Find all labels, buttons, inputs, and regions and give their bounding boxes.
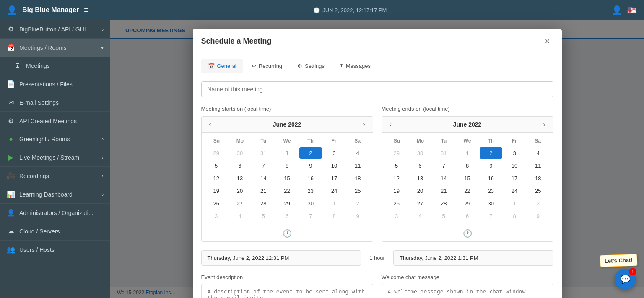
tab-settings[interactable]: ⚙ Settings (291, 59, 331, 73)
calendar-day[interactable]: 16 (299, 172, 322, 184)
calendar-day[interactable]: 31 (432, 147, 455, 159)
calendar-day[interactable]: 7 (252, 160, 275, 171)
calendar-day[interactable]: 5 (385, 160, 408, 171)
calendar-day[interactable]: 31 (252, 147, 275, 159)
calendar-day[interactable]: 25 (346, 185, 369, 197)
calendar-day[interactable]: 3 (205, 210, 228, 222)
meeting-name-input[interactable] (201, 81, 553, 97)
calendar-day[interactable]: 5 (252, 210, 275, 222)
calendar-day[interactable]: 23 (299, 185, 322, 197)
calendar-day[interactable]: 19 (205, 185, 228, 197)
calendar-day[interactable]: 24 (323, 185, 345, 197)
calendar-day[interactable]: 1 (456, 147, 478, 159)
chat-bubble-button[interactable]: 💬 1 (615, 269, 636, 290)
calendar-day[interactable]: 4 (229, 210, 251, 222)
sidebar-item-cloud[interactable]: ☁ Cloud / Servers (0, 222, 110, 241)
start-time-icon[interactable]: 🕐 (202, 225, 373, 241)
calendar-day[interactable]: 3 (385, 210, 408, 222)
calendar-day[interactable]: 30 (299, 197, 322, 209)
calendar-day[interactable]: 14 (252, 172, 275, 184)
end-cal-next[interactable]: › (540, 120, 548, 129)
hamburger-icon[interactable]: ≡ (84, 6, 88, 15)
calendar-day[interactable]: 29 (385, 147, 408, 159)
calendar-day[interactable]: 4 (409, 210, 431, 222)
calendar-day[interactable]: 10 (323, 160, 345, 171)
calendar-day[interactable]: 28 (432, 197, 455, 209)
user-icon[interactable]: 👤 (612, 5, 622, 15)
sidebar-item-greenlight[interactable]: ● Greenlight / Rooms › (0, 130, 110, 148)
calendar-day[interactable]: 4 (346, 147, 369, 159)
calendar-day[interactable]: 6 (409, 160, 431, 171)
calendar-day[interactable]: 11 (346, 160, 369, 171)
calendar-day[interactable]: 25 (527, 185, 549, 197)
calendar-day[interactable]: 5 (432, 210, 455, 222)
start-datetime-box[interactable]: Thursday, June 2, 2022 12:31 PM (201, 250, 361, 266)
calendar-day[interactable]: 2 (527, 197, 549, 209)
calendar-day[interactable]: 9 (299, 160, 322, 171)
calendar-day[interactable]: 8 (275, 160, 298, 171)
sidebar-item-presentations[interactable]: 📄 Presentations / Files (0, 75, 110, 93)
event-desc-textarea[interactable] (201, 284, 373, 298)
calendar-day[interactable]: 16 (480, 172, 502, 184)
tab-recurring[interactable]: ↩ Recurring (245, 59, 289, 73)
calendar-day[interactable]: 2 (346, 197, 369, 209)
calendar-day[interactable]: 17 (323, 172, 345, 184)
calendar-day[interactable]: 7 (299, 210, 322, 222)
calendar-day[interactable]: 15 (456, 172, 478, 184)
calendar-day[interactable]: 11 (527, 160, 549, 171)
calendar-day[interactable]: 1 (323, 197, 345, 209)
start-cal-prev[interactable]: ‹ (207, 120, 214, 129)
calendar-day[interactable]: 7 (432, 160, 455, 171)
calendar-day[interactable]: 21 (432, 185, 455, 197)
calendar-day[interactable]: 29 (205, 147, 228, 159)
calendar-day[interactable]: 18 (527, 172, 549, 184)
calendar-day[interactable]: 13 (229, 172, 251, 184)
end-cal-prev[interactable]: ‹ (387, 120, 394, 129)
calendar-day[interactable]: 4 (527, 147, 549, 159)
sidebar-item-recordings[interactable]: 🎥 Recordings › (0, 167, 110, 185)
calendar-day[interactable]: 8 (456, 160, 478, 171)
calendar-day[interactable]: 20 (409, 185, 431, 197)
sidebar-item-bigbluebutton[interactable]: ⚙ BigBlueButton / API / GUI › (0, 20, 110, 39)
calendar-day[interactable]: 3 (323, 147, 345, 159)
calendar-day[interactable]: 2 (299, 147, 322, 159)
sidebar-item-meetings[interactable]: 🗓 Meetings (0, 57, 110, 75)
calendar-day[interactable]: 14 (432, 172, 455, 184)
calendar-day[interactable]: 1 (275, 147, 298, 159)
sidebar-item-meetings-rooms[interactable]: 📅 Meetings / Rooms ▾ (0, 39, 110, 57)
sidebar-item-live-meetings[interactable]: ▶ Live Meetings / Stream › (0, 148, 110, 167)
calendar-day[interactable]: 23 (480, 185, 502, 197)
calendar-day[interactable]: 5 (205, 160, 228, 171)
calendar-day[interactable]: 9 (527, 210, 549, 222)
calendar-day[interactable]: 15 (275, 172, 298, 184)
calendar-day[interactable]: 30 (480, 197, 502, 209)
calendar-day[interactable]: 29 (275, 197, 298, 209)
calendar-day[interactable]: 27 (229, 197, 251, 209)
calendar-day[interactable]: 17 (503, 172, 526, 184)
calendar-day[interactable]: 6 (275, 210, 298, 222)
calendar-day[interactable]: 22 (275, 185, 298, 197)
calendar-day[interactable]: 9 (346, 210, 369, 222)
end-time-icon[interactable]: 🕐 (382, 225, 553, 241)
tab-general[interactable]: 📅 General (201, 59, 243, 73)
start-cal-next[interactable]: › (360, 120, 367, 129)
calendar-day[interactable]: 6 (456, 210, 478, 222)
calendar-day[interactable]: 6 (229, 160, 251, 171)
calendar-day[interactable]: 20 (229, 185, 251, 197)
calendar-day[interactable]: 30 (409, 147, 431, 159)
calendar-day[interactable]: 7 (480, 210, 502, 222)
calendar-day[interactable]: 19 (385, 185, 408, 197)
language-flag[interactable]: 🇺🇸 (627, 7, 637, 13)
sidebar-item-learning[interactable]: 📊 Learning Dashboard › (0, 185, 110, 204)
calendar-day[interactable]: 3 (503, 147, 526, 159)
sidebar-item-users[interactable]: 👥 Users / Hosts (0, 241, 110, 259)
sidebar-item-admins[interactable]: 👤 Administrators / Organizati... (0, 204, 110, 222)
calendar-day[interactable]: 13 (409, 172, 431, 184)
calendar-day[interactable]: 22 (456, 185, 478, 197)
calendar-day[interactable]: 26 (205, 197, 228, 209)
calendar-day[interactable]: 30 (229, 147, 251, 159)
end-datetime-box[interactable]: Thursday, June 2, 2022 1:31 PM (393, 250, 553, 266)
calendar-day[interactable]: 26 (385, 197, 408, 209)
calendar-day[interactable]: 18 (346, 172, 369, 184)
calendar-day[interactable]: 27 (409, 197, 431, 209)
